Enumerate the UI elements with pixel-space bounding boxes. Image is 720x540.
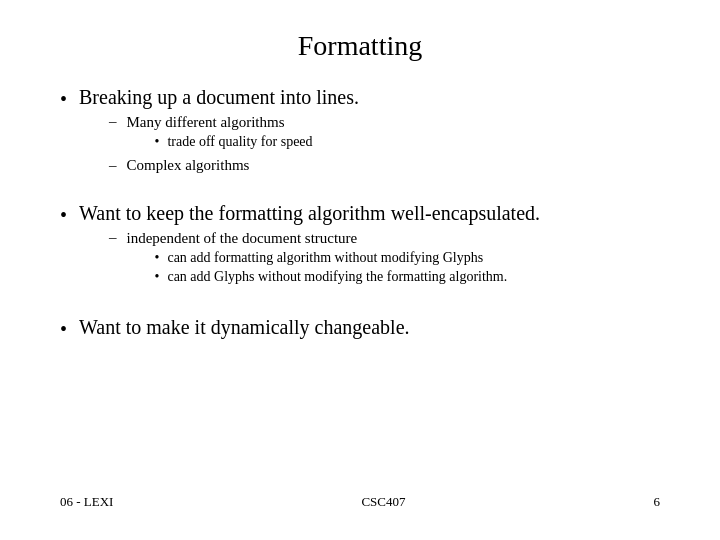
sub-sub-items-1: • trade off quality for speed: [155, 134, 313, 150]
slide-content: • Breaking up a document into lines. – M…: [60, 86, 660, 484]
dot-marker-2b: •: [155, 269, 160, 285]
bullet-2-marker: •: [60, 204, 67, 227]
dot-text-1a: trade off quality for speed: [167, 134, 312, 150]
dot-item-2a: • can add formatting algorithm without m…: [155, 250, 508, 266]
dot-item-1a: • trade off quality for speed: [155, 134, 313, 150]
dash-text-3: independent of the document structure: [127, 230, 358, 246]
bullet-1-text: Breaking up a document into lines.: [79, 86, 359, 108]
slide-title: Formatting: [60, 30, 660, 62]
dash-text-1: Many different algorithms: [127, 114, 285, 130]
dash-content-1: Many different algorithms • trade off qu…: [127, 113, 313, 153]
dash-marker-2: –: [109, 157, 117, 174]
bullet-2: • Want to keep the formatting algorithm …: [60, 202, 660, 292]
dash-marker-3: –: [109, 229, 117, 246]
dash-text-2: Complex algorithms: [127, 157, 250, 174]
dot-marker-2a: •: [155, 250, 160, 266]
dash-item-1: – Many different algorithms • trade off …: [109, 113, 359, 153]
sub-sub-items-2: • can add formatting algorithm without m…: [155, 250, 508, 285]
bullet-3: • Want to make it dynamically changeable…: [60, 316, 660, 341]
bullet-1: • Breaking up a document into lines. – M…: [60, 86, 660, 178]
dash-item-2: – Complex algorithms: [109, 157, 359, 174]
bullet-1-subitems: – Many different algorithms • trade off …: [109, 113, 359, 174]
bullet-2-subitems: – independent of the document structure …: [109, 229, 540, 288]
slide: Formatting • Breaking up a document into…: [0, 0, 720, 540]
footer-center: CSC407: [361, 494, 405, 510]
dash-marker-1: –: [109, 113, 117, 130]
dash-content-3: independent of the document structure • …: [127, 229, 508, 288]
dot-text-2b: can add Glyphs without modifying the for…: [167, 269, 507, 285]
dot-marker-1a: •: [155, 134, 160, 150]
bullet-3-text: Want to make it dynamically changeable.: [79, 316, 410, 339]
bullet-1-content: Breaking up a document into lines. – Man…: [79, 86, 359, 178]
bullet-3-marker: •: [60, 318, 67, 341]
slide-footer: 06 - LEXI CSC407 6: [60, 484, 660, 510]
dot-text-2a: can add formatting algorithm without mod…: [167, 250, 483, 266]
footer-page: 6: [653, 494, 660, 510]
bullet-1-marker: •: [60, 88, 67, 111]
dot-item-2b: • can add Glyphs without modifying the f…: [155, 269, 508, 285]
bullet-2-content: Want to keep the formatting algorithm we…: [79, 202, 540, 292]
bullet-2-text: Want to keep the formatting algorithm we…: [79, 202, 540, 224]
dash-item-3: – independent of the document structure …: [109, 229, 540, 288]
footer-left: 06 - LEXI: [60, 494, 113, 510]
